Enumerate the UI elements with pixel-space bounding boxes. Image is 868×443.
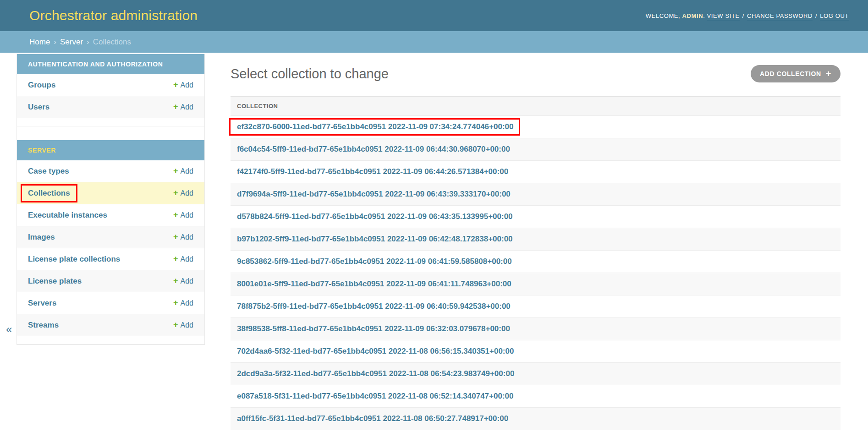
sidebar-item-link-servers[interactable]: Servers — [28, 299, 56, 308]
page-layout: « AUTHENTICATION AND AUTHORIZATIONGroups… — [0, 53, 868, 430]
collection-link[interactable]: 9c853862-5ff9-11ed-bd77-65e1bb4c0951 202… — [237, 257, 512, 266]
change-password-link[interactable]: CHANGE PASSWORD — [747, 12, 813, 20]
sidebar-add-link-case-types[interactable]: +Add — [173, 166, 193, 176]
add-label: Add — [181, 233, 193, 241]
collection-link[interactable]: f42174f0-5ff9-11ed-bd77-65e1bb4c0951 202… — [237, 167, 508, 176]
table-header-row: COLLECTION — [231, 97, 841, 116]
sidebar-item-link-groups[interactable]: Groups — [28, 81, 55, 90]
table-row: f42174f0-5ff9-11ed-bd77-65e1bb4c0951 202… — [231, 161, 841, 183]
collection-link[interactable]: d7f9694a-5ff9-11ed-bd77-65e1bb4c0951 202… — [237, 190, 511, 198]
view-site-link[interactable]: VIEW SITE — [707, 12, 740, 20]
page-title: Select collection to change — [231, 66, 389, 82]
sidebar-item-link-license-plate-collections[interactable]: License plate collections — [28, 255, 120, 264]
plus-icon: + — [173, 298, 178, 307]
collection-link[interactable]: 702d4aa6-5f32-11ed-bd77-65e1bb4c0951 202… — [237, 347, 514, 355]
log-out-link[interactable]: LOG OUT — [820, 12, 849, 20]
breadcrumb: Home›Server›Collections — [0, 31, 868, 53]
sidebar-add-link-license-plates[interactable]: +Add — [173, 276, 193, 286]
collection-cell: 9c853862-5ff9-11ed-bd77-65e1bb4c0951 202… — [231, 251, 841, 273]
table-row: ef32c870-6000-11ed-bd77-65e1bb4c0951 202… — [231, 116, 841, 138]
sidebar-item-link-images[interactable]: Images — [28, 233, 55, 242]
add-label: Add — [181, 277, 193, 285]
collection-cell: 78f875b2-5ff9-11ed-bd77-65e1bb4c0951 202… — [231, 295, 841, 318]
table-row: 702d4aa6-5f32-11ed-bd77-65e1bb4c0951 202… — [231, 340, 841, 363]
sidebar-item-executable-instances: Executable instances+Add — [17, 204, 204, 226]
add-collection-button[interactable]: ADD COLLECTION + — [751, 65, 841, 82]
table-body: ef32c870-6000-11ed-bd77-65e1bb4c0951 202… — [231, 116, 841, 430]
collection-link[interactable]: f6c04c54-5ff9-11ed-bd77-65e1bb4c0951 202… — [237, 145, 510, 153]
table-row: 2dcd9a3a-5f32-11ed-bd77-65e1bb4c0951 202… — [231, 363, 841, 385]
breadcrumb-separator: › — [54, 38, 56, 47]
sidebar-item-license-plate-collections: License plate collections+Add — [17, 248, 204, 270]
plus-icon: + — [173, 80, 178, 89]
sidebar-collapse-icon[interactable]: « — [6, 323, 12, 336]
collection-link[interactable]: b97b1202-5ff9-11ed-bd77-65e1bb4c0951 202… — [237, 235, 513, 243]
collection-cell: b97b1202-5ff9-11ed-bd77-65e1bb4c0951 202… — [231, 228, 841, 251]
sidebar-item-streams: Streams+Add — [17, 314, 204, 336]
sidebar-add-link-users[interactable]: +Add — [173, 102, 193, 112]
main-content: Select collection to change ADD COLLECTI… — [205, 54, 868, 430]
plus-icon: + — [826, 71, 831, 77]
table-row: 38f98538-5ff8-11ed-bd77-65e1bb4c0951 202… — [231, 318, 841, 340]
add-label: Add — [181, 299, 193, 307]
sidebar-add-link-streams[interactable]: +Add — [173, 320, 193, 330]
collection-link[interactable]: 38f98538-5ff8-11ed-bd77-65e1bb4c0951 202… — [237, 324, 510, 333]
collection-link[interactable]: 2dcd9a3a-5f32-11ed-bd77-65e1bb4c0951 202… — [237, 369, 514, 378]
collection-link[interactable]: ef32c870-6000-11ed-bd77-65e1bb4c0951 202… — [237, 122, 513, 131]
collection-cell: 8001e01e-5ff9-11ed-bd77-65e1bb4c0951 202… — [231, 273, 841, 295]
collection-cell: 2dcd9a3a-5f32-11ed-bd77-65e1bb4c0951 202… — [231, 363, 841, 385]
add-label: Add — [181, 321, 193, 329]
sidebar-item-link-license-plates[interactable]: License plates — [28, 277, 82, 286]
sidebar-item-link-collections[interactable]: Collections — [28, 189, 70, 197]
sidebar-item-images: Images+Add — [17, 226, 204, 248]
breadcrumb-item-home[interactable]: Home — [29, 38, 50, 47]
column-header-collection[interactable]: COLLECTION — [231, 97, 841, 116]
collection-table: COLLECTION ef32c870-6000-11ed-bd77-65e1b… — [231, 96, 841, 430]
module-spacer — [17, 126, 204, 140]
collection-cell: f6c04c54-5ff9-11ed-bd77-65e1bb4c0951 202… — [231, 138, 841, 161]
sidebar-item-link-executable-instances[interactable]: Executable instances — [28, 211, 107, 220]
module-footer — [17, 118, 204, 126]
plus-icon: + — [173, 232, 178, 241]
sidebar-add-link-images[interactable]: +Add — [173, 232, 193, 242]
sidebar-item-link-case-types[interactable]: Case types — [28, 167, 69, 176]
collection-link[interactable]: 8001e01e-5ff9-11ed-bd77-65e1bb4c0951 202… — [237, 279, 511, 288]
table-row: d7f9694a-5ff9-11ed-bd77-65e1bb4c0951 202… — [231, 183, 841, 206]
add-label: Add — [181, 189, 193, 197]
collection-cell: 702d4aa6-5f32-11ed-bd77-65e1bb4c0951 202… — [231, 340, 841, 363]
sidebar: AUTHENTICATION AND AUTHORIZATIONGroups+A… — [16, 54, 205, 345]
collection-link[interactable]: d578b824-5ff9-11ed-bd77-65e1bb4c0951 202… — [237, 212, 513, 221]
sidebar-add-link-servers[interactable]: +Add — [173, 298, 193, 308]
welcome-label: WELCOME, — [646, 12, 681, 19]
sidebar-section-header: AUTHENTICATION AND AUTHORIZATION — [17, 54, 204, 74]
sidebar-add-link-license-plate-collections[interactable]: +Add — [173, 254, 193, 264]
collection-link[interactable]: 78f875b2-5ff9-11ed-bd77-65e1bb4c0951 202… — [237, 302, 511, 311]
sidebar-module: AUTHENTICATION AND AUTHORIZATIONGroups+A… — [17, 54, 204, 126]
table-row: e087a518-5f31-11ed-bd77-65e1bb4c0951 202… — [231, 385, 841, 408]
sidebar-item-servers: Servers+Add — [17, 292, 204, 314]
plus-icon: + — [173, 188, 178, 197]
sidebar-item-link-users[interactable]: Users — [28, 103, 49, 112]
collection-link[interactable]: e087a518-5f31-11ed-bd77-65e1bb4c0951 202… — [237, 392, 513, 400]
sidebar-item-link-streams[interactable]: Streams — [28, 321, 59, 330]
sidebar-add-link-groups[interactable]: +Add — [173, 80, 193, 90]
collection-cell: ef32c870-6000-11ed-bd77-65e1bb4c0951 202… — [231, 116, 841, 138]
table-head: COLLECTION — [231, 97, 841, 116]
site-title[interactable]: Orchestrator administration — [29, 8, 198, 23]
table-row: 78f875b2-5ff9-11ed-bd77-65e1bb4c0951 202… — [231, 295, 841, 318]
sidebar-add-link-collections[interactable]: +Add — [173, 188, 193, 198]
collection-cell: 38f98538-5ff8-11ed-bd77-65e1bb4c0951 202… — [231, 318, 841, 340]
table-row: 8001e01e-5ff9-11ed-bd77-65e1bb4c0951 202… — [231, 273, 841, 295]
sidebar-add-link-executable-instances[interactable]: +Add — [173, 210, 193, 220]
sidebar-item-users: Users+Add — [17, 96, 204, 118]
title-row: Select collection to change ADD COLLECTI… — [231, 65, 841, 82]
plus-icon: + — [173, 254, 178, 263]
app-header: Orchestrator administration WELCOME, ADM… — [0, 0, 868, 31]
plus-icon: + — [173, 102, 178, 111]
collection-link[interactable]: a0ff15fc-5f31-11ed-bd77-65e1bb4c0951 202… — [237, 414, 508, 423]
add-label: Add — [181, 255, 193, 263]
add-label: Add — [181, 211, 193, 219]
breadcrumb-item-server[interactable]: Server — [60, 38, 83, 47]
collection-cell: d578b824-5ff9-11ed-bd77-65e1bb4c0951 202… — [231, 206, 841, 228]
collection-cell: f42174f0-5ff9-11ed-bd77-65e1bb4c0951 202… — [231, 161, 841, 183]
